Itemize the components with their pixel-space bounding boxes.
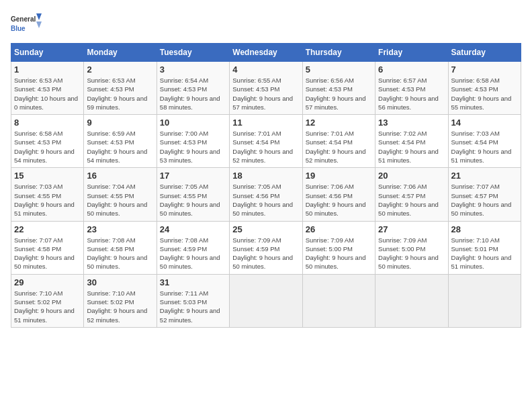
calendar-cell: 11 Sunrise: 7:01 AM Sunset: 4:54 PM Dayl…	[230, 115, 302, 168]
sunset-label: Sunset: 4:53 PM	[14, 85, 61, 93]
day-number: 14	[451, 118, 518, 128]
day-number: 13	[378, 118, 445, 128]
day-number: 17	[160, 171, 226, 181]
sunrise-label: Sunrise: 7:00 AM	[160, 130, 208, 137]
calendar-week-row: 8 Sunrise: 6:58 AM Sunset: 4:53 PM Dayli…	[11, 115, 521, 168]
day-number: 19	[306, 171, 372, 181]
calendar-cell: 15 Sunrise: 7:03 AM Sunset: 4:55 PM Dayl…	[11, 168, 84, 221]
sunset-label: Sunset: 4:54 PM	[306, 138, 353, 146]
sunrise-label: Sunrise: 6:54 AM	[160, 77, 208, 84]
calendar-week-row: 1 Sunrise: 6:53 AM Sunset: 4:53 PM Dayli…	[11, 62, 521, 115]
day-info: Sunrise: 7:09 AM Sunset: 4:59 PM Dayligh…	[232, 236, 299, 271]
svg-marker-2	[36, 13, 42, 20]
day-info: Sunrise: 6:53 AM Sunset: 4:53 PM Dayligh…	[87, 76, 153, 111]
sunrise-label: Sunrise: 6:57 AM	[378, 77, 427, 84]
day-info: Sunrise: 6:59 AM Sunset: 4:53 PM Dayligh…	[87, 129, 153, 165]
sunset-label: Sunset: 4:59 PM	[232, 245, 279, 253]
sunrise-label: Sunrise: 7:10 AM	[451, 236, 500, 244]
day-number: 31	[160, 277, 226, 287]
day-info: Sunrise: 7:01 AM Sunset: 4:54 PM Dayligh…	[306, 129, 372, 165]
calendar-cell: 25 Sunrise: 7:09 AM Sunset: 4:59 PM Dayl…	[230, 221, 302, 274]
sunrise-label: Sunrise: 7:05 AM	[232, 183, 281, 190]
calendar-cell: 18 Sunrise: 7:05 AM Sunset: 4:56 PM Dayl…	[230, 168, 302, 221]
day-number: 3	[160, 64, 226, 75]
weekday-header-wednesday: Wednesday	[230, 44, 302, 62]
daylight-label: Daylight: 10 hours and 0 minutes.	[14, 95, 78, 111]
sunset-label: Sunset: 4:53 PM	[160, 85, 207, 93]
daylight-label: Daylight: 9 hours and 54 minutes.	[14, 148, 75, 164]
day-info: Sunrise: 7:06 AM Sunset: 4:57 PM Dayligh…	[378, 182, 445, 218]
day-info: Sunrise: 7:10 AM Sunset: 5:01 PM Dayligh…	[451, 236, 518, 271]
sunset-label: Sunset: 5:01 PM	[451, 245, 498, 253]
calendar-cell: 20 Sunrise: 7:06 AM Sunset: 4:57 PM Dayl…	[375, 168, 448, 221]
sunrise-label: Sunrise: 7:05 AM	[160, 183, 208, 190]
daylight-label: Daylight: 9 hours and 50 minutes.	[87, 201, 147, 217]
day-info: Sunrise: 7:09 AM Sunset: 5:00 PM Dayligh…	[378, 236, 445, 271]
weekday-header-tuesday: Tuesday	[157, 44, 229, 62]
daylight-label: Daylight: 9 hours and 52 minutes.	[87, 307, 147, 323]
daylight-label: Daylight: 9 hours and 55 minutes.	[451, 95, 512, 111]
weekday-header-row: SundayMondayTuesdayWednesdayThursdayFrid…	[11, 44, 521, 62]
calendar-cell: 10 Sunrise: 7:00 AM Sunset: 4:53 PM Dayl…	[157, 115, 229, 168]
calendar-cell: 24 Sunrise: 7:08 AM Sunset: 4:59 PM Dayl…	[157, 221, 229, 274]
daylight-label: Daylight: 9 hours and 50 minutes.	[451, 201, 512, 217]
day-info: Sunrise: 7:07 AM Sunset: 4:58 PM Dayligh…	[14, 236, 81, 271]
daylight-label: Daylight: 9 hours and 50 minutes.	[14, 254, 75, 270]
sunrise-label: Sunrise: 6:58 AM	[451, 77, 500, 84]
svg-text:Blue: Blue	[11, 25, 26, 32]
calendar-cell: 2 Sunrise: 6:53 AM Sunset: 4:53 PM Dayli…	[84, 62, 157, 115]
calendar-cell: 14 Sunrise: 7:03 AM Sunset: 4:54 PM Dayl…	[448, 115, 521, 168]
day-info: Sunrise: 6:55 AM Sunset: 4:53 PM Dayligh…	[232, 76, 299, 111]
sunset-label: Sunset: 4:53 PM	[87, 138, 134, 146]
sunset-label: Sunset: 5:00 PM	[306, 245, 353, 253]
day-number: 12	[306, 118, 372, 128]
day-number: 6	[378, 64, 445, 75]
day-info: Sunrise: 7:10 AM Sunset: 5:02 PM Dayligh…	[14, 289, 81, 324]
sunset-label: Sunset: 4:58 PM	[14, 245, 61, 253]
weekday-header-thursday: Thursday	[302, 44, 375, 62]
daylight-label: Daylight: 9 hours and 51 minutes.	[378, 148, 439, 164]
sunset-label: Sunset: 4:56 PM	[306, 192, 353, 199]
sunrise-label: Sunrise: 6:59 AM	[87, 130, 135, 137]
sunset-label: Sunset: 5:02 PM	[87, 298, 134, 306]
daylight-label: Daylight: 9 hours and 57 minutes.	[306, 95, 366, 111]
day-number: 9	[87, 118, 153, 128]
sunset-label: Sunset: 4:53 PM	[451, 85, 498, 93]
day-number: 8	[14, 118, 81, 128]
calendar-table: SundayMondayTuesdayWednesdayThursdayFrid…	[11, 43, 521, 328]
header: General Blue	[11, 11, 521, 38]
day-info: Sunrise: 7:05 AM Sunset: 4:56 PM Dayligh…	[232, 182, 299, 218]
day-info: Sunrise: 7:00 AM Sunset: 4:53 PM Dayligh…	[160, 129, 226, 165]
sunrise-label: Sunrise: 7:07 AM	[451, 183, 500, 190]
day-info: Sunrise: 7:10 AM Sunset: 5:02 PM Dayligh…	[87, 289, 153, 324]
day-number: 2	[87, 64, 153, 75]
daylight-label: Daylight: 9 hours and 59 minutes.	[87, 95, 147, 111]
sunrise-label: Sunrise: 7:06 AM	[306, 183, 354, 190]
sunrise-label: Sunrise: 7:09 AM	[306, 236, 354, 244]
sunrise-label: Sunrise: 7:11 AM	[160, 289, 208, 297]
day-number: 25	[232, 224, 299, 234]
sunset-label: Sunset: 4:55 PM	[87, 192, 134, 199]
calendar-cell: 26 Sunrise: 7:09 AM Sunset: 5:00 PM Dayl…	[302, 221, 375, 274]
day-number: 4	[232, 64, 299, 75]
daylight-label: Daylight: 9 hours and 52 minutes.	[232, 148, 293, 164]
day-info: Sunrise: 6:54 AM Sunset: 4:53 PM Dayligh…	[160, 76, 226, 111]
day-info: Sunrise: 7:08 AM Sunset: 4:59 PM Dayligh…	[160, 236, 226, 271]
day-info: Sunrise: 7:07 AM Sunset: 4:57 PM Dayligh…	[451, 182, 518, 218]
sunrise-label: Sunrise: 6:55 AM	[232, 77, 281, 84]
calendar-cell: 22 Sunrise: 7:07 AM Sunset: 4:58 PM Dayl…	[11, 221, 84, 274]
day-number: 28	[451, 224, 518, 234]
daylight-label: Daylight: 9 hours and 50 minutes.	[378, 201, 439, 217]
day-number: 11	[232, 118, 299, 128]
daylight-label: Daylight: 9 hours and 50 minutes.	[232, 254, 293, 270]
sunrise-label: Sunrise: 7:04 AM	[87, 183, 135, 190]
sunrise-label: Sunrise: 7:09 AM	[378, 236, 427, 244]
day-info: Sunrise: 7:11 AM Sunset: 5:03 PM Dayligh…	[160, 289, 226, 324]
sunset-label: Sunset: 4:54 PM	[451, 138, 498, 146]
daylight-label: Daylight: 9 hours and 56 minutes.	[378, 95, 439, 111]
calendar-cell: 12 Sunrise: 7:01 AM Sunset: 4:54 PM Dayl…	[302, 115, 375, 168]
daylight-label: Daylight: 9 hours and 50 minutes.	[232, 201, 293, 217]
sunset-label: Sunset: 5:00 PM	[378, 245, 425, 253]
sunrise-label: Sunrise: 7:01 AM	[306, 130, 354, 137]
sunrise-label: Sunrise: 7:10 AM	[14, 289, 62, 297]
